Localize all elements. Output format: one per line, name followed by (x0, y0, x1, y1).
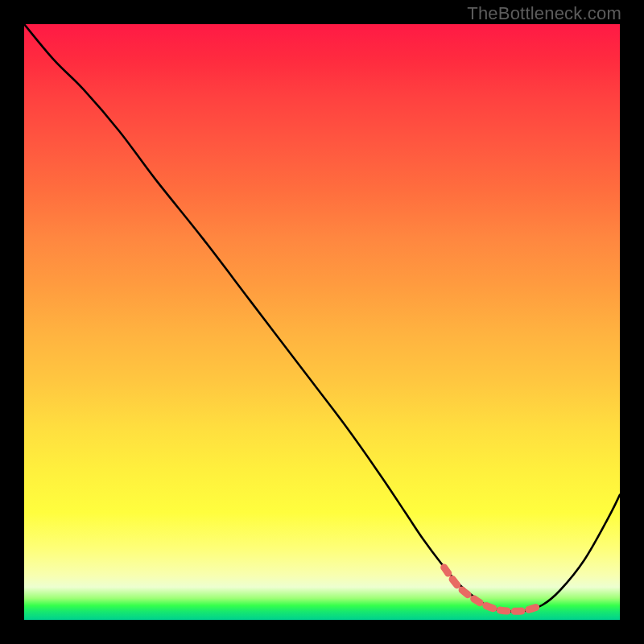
main-curve (24, 24, 620, 612)
watermark-text: TheBottleneck.com (467, 3, 621, 24)
chart-frame: TheBottleneck.com (0, 0, 644, 644)
bottom-highlight-curve (444, 568, 539, 611)
line-layer (24, 24, 620, 620)
plot-area (24, 24, 620, 620)
